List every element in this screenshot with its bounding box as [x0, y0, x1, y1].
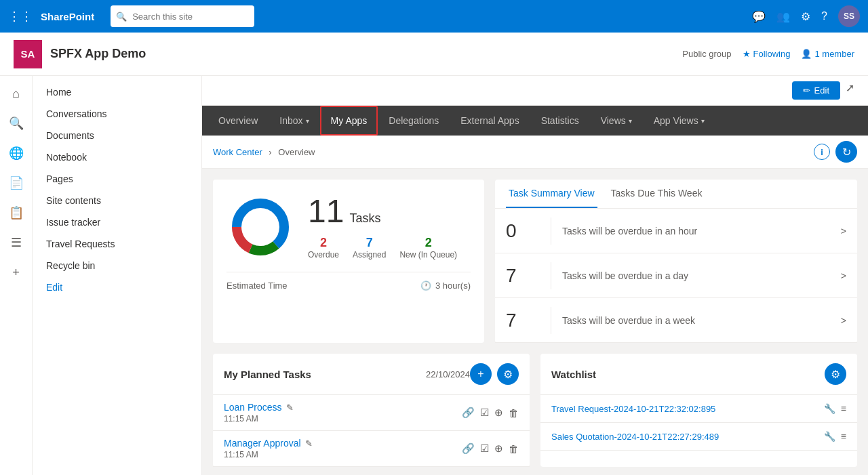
new-count: 2: [399, 236, 457, 250]
tab-inbox[interactable]: Inbox ▾: [269, 106, 319, 136]
tab-myapps[interactable]: My Apps: [320, 106, 378, 136]
sidebar-item-issue-tracker[interactable]: Issue tracker: [33, 211, 201, 233]
wrench-icon-1[interactable]: 🔧: [824, 431, 835, 442]
tab-bar: Overview Inbox ▾ My Apps Delegations Ext…: [202, 106, 868, 136]
sidebar-item-recycle-bin[interactable]: Recycle bin: [33, 255, 201, 276]
expand-icon[interactable]: ➚: [846, 81, 854, 100]
planned-tasks-date: 22/10/2024: [426, 369, 470, 379]
app-logo[interactable]: SharePoint: [41, 11, 94, 22]
icon-nav-document[interactable]: 📄: [4, 171, 28, 195]
member-count: 1 member: [814, 49, 854, 59]
top-navigation: ⋮⋮ SharePoint 🔍 💬 👥 ⚙ ? SS: [0, 0, 868, 33]
sidebar-item-home[interactable]: Home: [33, 81, 201, 103]
task-summary-panel: 11 Tasks 2 Overdue 7 Assigned: [213, 180, 484, 343]
wrench-icon-0[interactable]: 🔧: [824, 403, 835, 414]
tab-appviews[interactable]: App Views ▾: [643, 106, 715, 136]
menu-icon-1[interactable]: ≡: [841, 431, 846, 442]
tab-delegations[interactable]: Delegations: [378, 106, 450, 136]
site-logo: SA: [14, 40, 42, 68]
estimated-time-value: 3 hour(s): [435, 281, 471, 291]
task-assigned-stat: 7 Assigned: [353, 236, 386, 260]
sidebar-item-conversations[interactable]: Conversations: [33, 103, 201, 125]
tab-tasks-due-this-week[interactable]: Tasks Due This Week: [608, 180, 705, 208]
task-item-name-1[interactable]: Manager Approval ✎: [224, 438, 462, 449]
tab-views-label: Views: [601, 115, 626, 126]
external-link-icon-1[interactable]: 🔗: [462, 442, 475, 455]
grid-icon[interactable]: ⋮⋮: [8, 9, 33, 24]
check-icon-0[interactable]: ☑: [480, 407, 489, 419]
sidebar-item-pages[interactable]: Pages: [33, 168, 201, 190]
watchlist-actions-0: 🔧 ≡: [824, 403, 846, 414]
watchlist-settings-button[interactable]: ⚙: [825, 363, 846, 385]
task-view-panel: Task Summary View Tasks Due This Week 0 …: [495, 180, 857, 343]
breadcrumb: Work Center › Overview: [213, 147, 315, 157]
tab-overview-label: Overview: [218, 115, 258, 126]
avatar[interactable]: SS: [838, 5, 860, 27]
following-button[interactable]: ★ Following: [743, 49, 791, 59]
watchlist-item: Sales Quotation-2024-10-21T22:27:29:489 …: [540, 423, 857, 451]
planned-tasks-settings-button[interactable]: ⚙: [497, 363, 519, 385]
delete-icon-0[interactable]: 🗑: [509, 407, 519, 419]
watchlist-item: Travel Request-2024-10-21T22:32:02:895 🔧…: [540, 395, 857, 423]
icon-nav-home[interactable]: ⌂: [4, 81, 28, 106]
sidebar-item-travel-requests[interactable]: Travel Requests: [33, 233, 201, 255]
breadcrumb-separator: ›: [269, 147, 271, 157]
estimated-time-label: Estimated Time: [226, 281, 288, 291]
plus-icon-0[interactable]: ⊕: [494, 407, 503, 419]
task-row-text-1: Tasks will be overdue in a day: [562, 270, 841, 281]
content-area: ✏ Edit ➚ Overview Inbox ▾ My Apps Delega…: [202, 76, 868, 475]
task-row-divider: [551, 262, 551, 289]
menu-icon-0[interactable]: ≡: [841, 403, 846, 414]
bottom-panels: My Planned Tasks 22/10/2024 + ⚙ Loan Pro…: [213, 354, 857, 467]
new-label: New (In Queue): [399, 250, 457, 260]
donut-chart: [226, 193, 294, 261]
search-wrapper: 🔍: [111, 5, 436, 27]
task-item-name-0[interactable]: Loan Process ✎: [224, 402, 462, 413]
plus-icon-1[interactable]: ⊕: [494, 442, 503, 455]
tab-statistics[interactable]: Statistics: [530, 106, 590, 136]
chat-icon[interactable]: 💬: [752, 10, 766, 23]
watchlist-item-name-1[interactable]: Sales Quotation-2024-10-21T22:27:29:489: [551, 432, 824, 442]
icon-nav-globe[interactable]: 🌐: [4, 141, 28, 165]
watchlist-gear-icon: ⚙: [831, 368, 840, 381]
sidebar-edit-link[interactable]: Edit: [33, 276, 201, 298]
task-row[interactable]: 0 Tasks will be overdue in an hour >: [495, 209, 857, 253]
task-row[interactable]: 7 Tasks will be overdue in a day >: [495, 253, 857, 298]
tab-task-summary-view[interactable]: Task Summary View: [506, 180, 597, 208]
tab-views[interactable]: Views ▾: [590, 106, 643, 136]
time-value: 🕐 3 hour(s): [420, 281, 471, 291]
sidebar-item-notebook[interactable]: Notebook: [33, 146, 201, 168]
member-link[interactable]: 👤 1 member: [801, 49, 854, 59]
watchlist-item-name-0[interactable]: Travel Request-2024-10-21T22:32:02:895: [551, 404, 824, 414]
group-type: Public group: [682, 49, 731, 59]
sidebar-item-documents[interactable]: Documents: [33, 125, 201, 146]
breadcrumb-current: Overview: [278, 147, 315, 157]
delete-icon-1[interactable]: 🗑: [509, 443, 519, 455]
search-input[interactable]: [111, 5, 254, 27]
task-edit-icon-0[interactable]: ✎: [286, 402, 294, 413]
task-row-text-0: Tasks will be overdue in an hour: [562, 226, 841, 236]
icon-nav-search[interactable]: 🔍: [4, 111, 28, 136]
icon-nav-add[interactable]: +: [4, 260, 28, 285]
gear-icon: ⚙: [503, 368, 513, 381]
help-icon[interactable]: ?: [821, 10, 827, 22]
icon-nav-page[interactable]: 📋: [4, 201, 28, 225]
clock-icon: 🕐: [420, 281, 431, 291]
add-task-button[interactable]: +: [470, 363, 492, 385]
task-row-text-2: Tasks will be overdue in a week: [562, 315, 841, 326]
breadcrumb-root[interactable]: Work Center: [213, 147, 262, 157]
task-row[interactable]: 7 Tasks will be overdue in a week >: [495, 298, 857, 343]
info-icon-button[interactable]: i: [814, 144, 830, 160]
tab-overview[interactable]: Overview: [208, 106, 269, 136]
people-icon[interactable]: 👥: [776, 10, 790, 23]
external-link-icon-0[interactable]: 🔗: [462, 407, 475, 419]
edit-button[interactable]: ✏ Edit: [792, 81, 840, 100]
tab-externalapps[interactable]: External Apps: [450, 106, 530, 136]
check-icon-1[interactable]: ☑: [480, 442, 489, 455]
icon-nav-list[interactable]: ☰: [4, 230, 28, 255]
task-edit-icon-1[interactable]: ✎: [305, 438, 313, 449]
task-row-chevron-2: >: [841, 315, 846, 326]
refresh-button[interactable]: ↻: [835, 141, 857, 163]
sidebar-item-site-contents[interactable]: Site contents: [33, 190, 201, 211]
settings-icon[interactable]: ⚙: [801, 10, 810, 23]
